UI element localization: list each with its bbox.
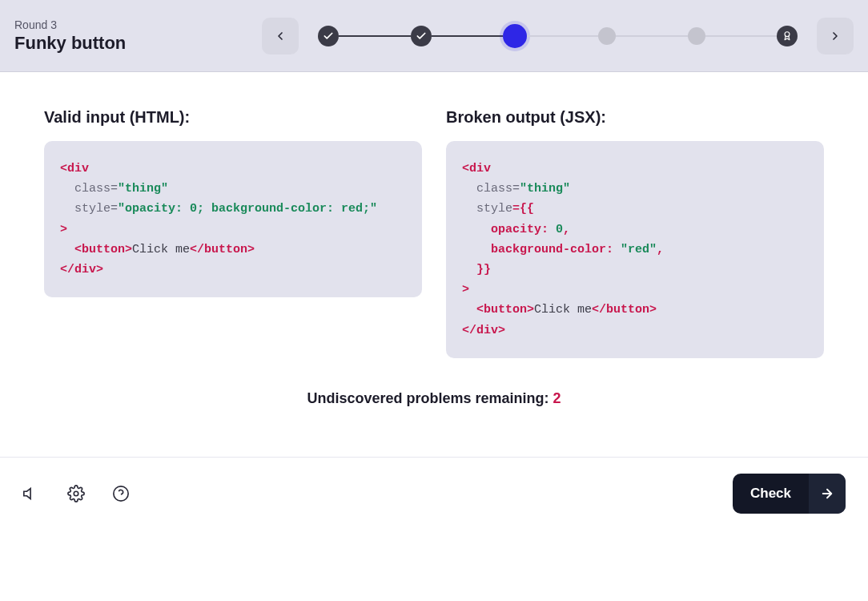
code-token: <div xyxy=(60,162,89,175)
code-token: </button> xyxy=(190,243,255,256)
topbar: Round 3 Funky button xyxy=(0,0,868,72)
left-column: Valid input (HTML): <div class="thing" s… xyxy=(44,108,422,358)
title-block: Round 3 Funky button xyxy=(14,18,126,54)
check-icon xyxy=(323,30,334,42)
prev-button[interactable] xyxy=(262,18,299,54)
code-token: </button> xyxy=(592,303,657,317)
svg-point-2 xyxy=(74,491,78,496)
progress-step-final[interactable] xyxy=(777,26,798,46)
progress-segment xyxy=(616,35,687,37)
progress-step-4[interactable] xyxy=(598,27,616,45)
round-label: Round 3 xyxy=(14,18,126,31)
code-token: > xyxy=(60,223,67,236)
code-token: </div> xyxy=(60,263,103,276)
code-token: background-color: xyxy=(491,243,613,256)
progress-step-2[interactable] xyxy=(411,26,432,46)
code-token: style xyxy=(476,202,512,216)
code-token: = xyxy=(512,182,520,196)
progress-segment xyxy=(339,35,410,37)
code-token: Click me xyxy=(132,243,190,256)
code-token: class xyxy=(74,182,111,196)
progress-segment xyxy=(527,35,598,37)
code-token: <button> xyxy=(74,243,132,256)
code-token: ={{ xyxy=(512,202,534,216)
sound-button[interactable] xyxy=(22,485,40,502)
left-heading: Valid input (HTML): xyxy=(44,108,422,127)
speaker-icon xyxy=(22,485,40,502)
page-title: Funky button xyxy=(14,33,126,54)
input-code-block: <div class="thing" style="opacity: 0; ba… xyxy=(44,141,422,297)
code-token: 0 xyxy=(556,223,563,236)
check-button-arrow xyxy=(809,474,846,514)
progress-step-3-current[interactable] xyxy=(503,24,527,48)
footer: Check xyxy=(0,457,868,529)
footer-left xyxy=(22,485,130,502)
code-token: "red" xyxy=(621,243,657,256)
progress-bar xyxy=(318,24,798,48)
arrow-right-icon xyxy=(820,486,834,501)
chevron-left-icon xyxy=(274,30,287,42)
code-token: class xyxy=(476,182,512,196)
check-button-label: Check xyxy=(733,486,809,502)
check-button[interactable]: Check xyxy=(733,474,846,514)
code-token: "opacity: 0; background-color: red;" xyxy=(118,202,377,216)
code-token: , xyxy=(657,243,664,256)
content: Valid input (HTML): <div class="thing" s… xyxy=(0,72,868,423)
code-token: </div> xyxy=(462,324,505,337)
chevron-right-icon xyxy=(829,30,842,42)
help-button[interactable] xyxy=(112,485,130,502)
code-token: opacity: xyxy=(491,223,549,236)
remaining-label: Undiscovered problems remaining: xyxy=(307,390,553,406)
next-button[interactable] xyxy=(817,18,854,54)
award-icon xyxy=(782,30,793,42)
columns: Valid input (HTML): <div class="thing" s… xyxy=(44,108,824,358)
code-token: <button> xyxy=(476,303,534,317)
code-token: "thing" xyxy=(520,182,570,196)
code-token: Click me xyxy=(534,303,592,317)
gear-icon xyxy=(67,485,85,502)
code-token: <div xyxy=(462,162,491,175)
svg-point-3 xyxy=(114,486,128,500)
remaining-problems: Undiscovered problems remaining: 2 xyxy=(44,390,824,407)
code-token: > xyxy=(462,283,469,296)
remaining-count: 2 xyxy=(553,390,561,406)
code-token: = xyxy=(111,202,118,216)
code-token: , xyxy=(563,223,570,236)
code-token: style xyxy=(74,202,111,216)
check-icon xyxy=(416,30,427,42)
svg-marker-1 xyxy=(24,488,30,498)
progress-step-5[interactable] xyxy=(688,27,705,45)
progress-step-1[interactable] xyxy=(318,26,339,46)
settings-button[interactable] xyxy=(67,485,85,502)
right-heading: Broken output (JSX): xyxy=(446,108,824,127)
code-token: }} xyxy=(476,263,491,276)
progress-segment xyxy=(705,35,777,37)
output-code-block[interactable]: <div class="thing" style={{ opacity: 0, … xyxy=(446,141,824,358)
progress-segment xyxy=(432,35,503,37)
right-column: Broken output (JSX): <div class="thing" … xyxy=(446,108,824,358)
code-token: "thing" xyxy=(118,182,168,196)
code-token: = xyxy=(111,182,118,196)
help-icon xyxy=(112,485,130,502)
